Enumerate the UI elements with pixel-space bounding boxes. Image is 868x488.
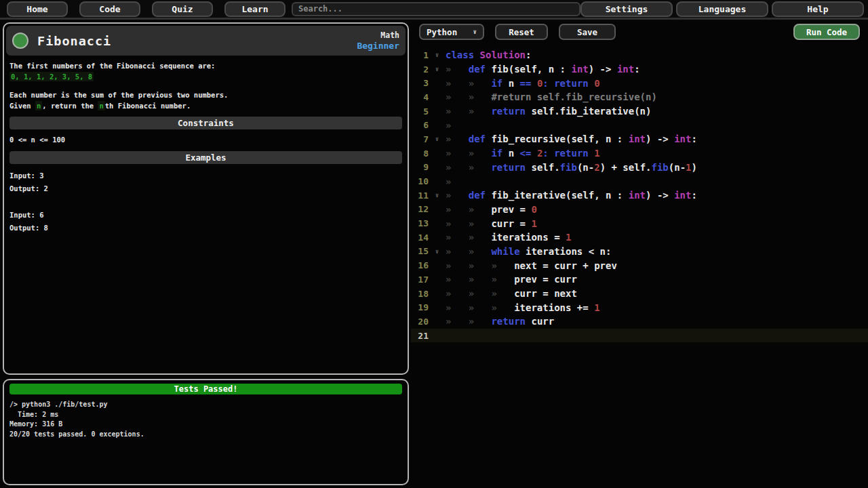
section-header: Constraints bbox=[9, 117, 402, 129]
code-editor: Python ∨ Reset Save Run Code 1∨class Sol… bbox=[411, 21, 868, 488]
code-line-20[interactable]: 20» » return curr bbox=[411, 314, 868, 329]
nav-tab-code[interactable]: Code bbox=[79, 1, 140, 17]
code-line-18[interactable]: 18» » » curr = next bbox=[411, 287, 868, 301]
code-text: » def fib(self, n : int) -> int: bbox=[446, 64, 640, 75]
indent-guide: » bbox=[446, 148, 469, 159]
fold-chevron-icon[interactable]: ∨ bbox=[429, 52, 446, 58]
code-text: » » return curr bbox=[446, 316, 554, 327]
indent-guide: » bbox=[469, 316, 492, 327]
token: int bbox=[674, 190, 691, 201]
token: self. bbox=[531, 162, 559, 173]
spacer bbox=[9, 196, 402, 209]
token: fib bbox=[652, 162, 669, 173]
line-number: 5 bbox=[411, 106, 429, 117]
text: Output: 8 bbox=[9, 224, 48, 232]
status-circle-icon bbox=[12, 33, 28, 49]
code-text: » » iterations = 1 bbox=[446, 232, 571, 243]
code-line-15[interactable]: 15∨» » while iterations < n: bbox=[411, 245, 868, 259]
code-text: » » » prev = curr bbox=[446, 274, 577, 285]
code-line-5[interactable]: 5» » return self.fib_iterative(n) bbox=[411, 104, 868, 119]
code-line-1[interactable]: 1∨class Solution: bbox=[411, 48, 868, 62]
console-line: Time: 2 ms bbox=[9, 410, 402, 420]
language-select[interactable]: Python ∨ bbox=[419, 24, 484, 40]
token: iterations += bbox=[514, 302, 594, 313]
code-line-17[interactable]: 17» » » prev = curr bbox=[411, 272, 868, 287]
nav-tab-help[interactable]: Help bbox=[772, 1, 864, 17]
nav-tab-home[interactable]: Home bbox=[7, 1, 68, 17]
code-text: » » #return self.fib_recursive(n) bbox=[446, 92, 657, 102]
problem-category: Math bbox=[357, 30, 399, 41]
line-number: 3 bbox=[411, 78, 429, 88]
description-line: Output: 2 bbox=[9, 182, 402, 196]
code-text: » def fib_recursive(self, n : int) -> in… bbox=[446, 134, 697, 144]
fold-chevron-icon[interactable]: ∨ bbox=[429, 66, 446, 73]
fold-chevron-icon[interactable]: ∨ bbox=[429, 248, 446, 255]
code-line-3[interactable]: 3» » if n == 0: return 0 bbox=[411, 76, 868, 90]
indent-guide: » bbox=[446, 288, 469, 299]
code-lines[interactable]: 1∨class Solution:2∨» def fib(self, n : i… bbox=[411, 48, 868, 342]
fold-chevron-icon[interactable]: ∨ bbox=[429, 136, 446, 142]
text: , return the bbox=[42, 102, 98, 110]
code-line-8[interactable]: 8» » if n <= 2: return 1 bbox=[411, 146, 868, 161]
nav-tab-settings[interactable]: Settings bbox=[580, 1, 673, 17]
token: while bbox=[491, 246, 526, 257]
section-header: Examples bbox=[9, 151, 402, 164]
line-number: 10 bbox=[411, 176, 429, 186]
code-line-7[interactable]: 7∨» def fib_recursive(self, n : int) -> … bbox=[411, 132, 868, 146]
run-code-button[interactable]: Run Code bbox=[793, 24, 860, 40]
code-text: » def fib_iterative(self, n : int) -> in… bbox=[446, 190, 697, 201]
console-line: 20/20 tests passed. 0 exceptions. bbox=[9, 430, 402, 440]
token: def bbox=[469, 190, 492, 201]
code-line-9[interactable]: 9» » return self.fib(n-2) + self.fib(n-1… bbox=[411, 161, 868, 175]
reset-button[interactable]: Reset bbox=[495, 24, 548, 40]
token: prev = curr bbox=[514, 274, 577, 285]
line-number: 16 bbox=[411, 260, 429, 270]
indent-guide: » bbox=[469, 288, 492, 299]
code-line-12[interactable]: 12» » prev = 0 bbox=[411, 203, 868, 217]
code-text: » » prev = 0 bbox=[446, 204, 537, 215]
token: return bbox=[491, 106, 531, 117]
token: (n- bbox=[669, 162, 686, 173]
code-text: » » return self.fib(n-2) + self.fib(n-1) bbox=[446, 162, 697, 173]
code-line-19[interactable]: 19» » » iterations += 1 bbox=[411, 300, 868, 314]
fold-chevron-icon[interactable]: ∨ bbox=[429, 192, 446, 199]
code-line-10[interactable]: 10» bbox=[411, 174, 868, 188]
token: class bbox=[446, 49, 480, 60]
token: 0 bbox=[531, 204, 536, 215]
token: 1 bbox=[594, 148, 599, 159]
code-text: » » » next = curr + prev bbox=[446, 260, 617, 271]
console-line: Memory: 316 B bbox=[9, 420, 402, 430]
token: 0 bbox=[594, 78, 599, 89]
nav-tab-languages[interactable]: Languages bbox=[676, 1, 768, 17]
save-button[interactable]: Save bbox=[559, 24, 616, 40]
code-line-13[interactable]: 13» » curr = 1 bbox=[411, 216, 868, 230]
code-text: » » » iterations += 1 bbox=[446, 302, 600, 313]
token: iterations < n: bbox=[526, 246, 611, 257]
nav-tab-learn[interactable]: Learn bbox=[224, 1, 285, 17]
code-line-2[interactable]: 2∨» def fib(self, n : int) -> int: bbox=[411, 62, 868, 77]
code-line-6[interactable]: 6» bbox=[411, 118, 868, 132]
description-line: Output: 8 bbox=[9, 222, 402, 235]
code-text: » » return self.fib_iterative(n) bbox=[446, 106, 651, 117]
search-input[interactable] bbox=[292, 2, 580, 16]
code-line-4[interactable]: 4» » #return self.fib_recursive(n) bbox=[411, 90, 868, 104]
token: curr = next bbox=[514, 288, 577, 299]
token: == bbox=[520, 78, 537, 89]
nav-tab-quiz[interactable]: Quiz bbox=[152, 1, 213, 17]
text: Input: 3 bbox=[9, 171, 44, 180]
token: curr = bbox=[491, 218, 531, 229]
token: 2 bbox=[594, 162, 599, 173]
problem-title: Fibonacci bbox=[37, 34, 111, 48]
code-line-14[interactable]: 14» » iterations = 1 bbox=[411, 230, 868, 245]
token: int bbox=[571, 64, 588, 75]
indent-guide: » bbox=[446, 260, 469, 271]
token: (n- bbox=[577, 162, 594, 173]
code-line-16[interactable]: 16» » » next = curr + prev bbox=[411, 258, 868, 272]
indent-guide: » bbox=[446, 120, 451, 131]
code-line-21[interactable]: 21 bbox=[411, 329, 868, 343]
indent-guide: » bbox=[469, 260, 492, 271]
token: if bbox=[491, 78, 508, 89]
indent-guide: » bbox=[446, 218, 469, 229]
indent-guide: » bbox=[491, 288, 514, 299]
code-line-11[interactable]: 11∨» def fib_iterative(self, n : int) ->… bbox=[411, 188, 868, 203]
